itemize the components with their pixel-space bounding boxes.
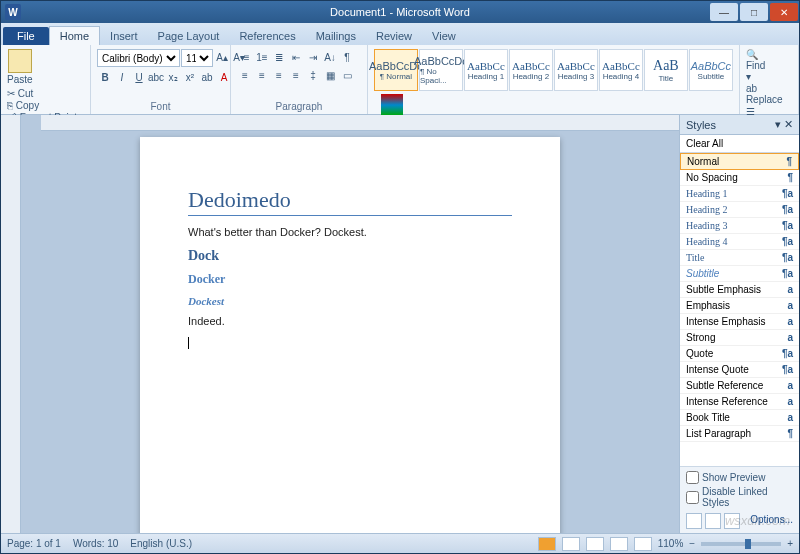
font-size-select[interactable]: 11 — [181, 49, 213, 67]
styles-list[interactable]: Normal¶ No Spacing¶ Heading 1¶a Heading … — [680, 153, 799, 466]
justify-icon[interactable]: ≡ — [288, 67, 304, 83]
sort-icon[interactable]: A↓ — [322, 49, 338, 65]
tab-references[interactable]: References — [229, 27, 305, 45]
style-heading3[interactable]: AaBbCcHeading 3 — [554, 49, 598, 91]
doc-heading-3[interactable]: Docker — [188, 272, 512, 287]
zoom-in-button[interactable]: + — [787, 538, 793, 549]
styles-options-link[interactable]: Options... — [750, 514, 793, 525]
italic-icon[interactable]: I — [114, 69, 130, 85]
bullets-icon[interactable]: •≡ — [237, 49, 253, 65]
status-language[interactable]: English (U.S.) — [130, 538, 192, 549]
style-item[interactable]: Subtle Referencea — [680, 378, 799, 394]
tab-page-layout[interactable]: Page Layout — [148, 27, 230, 45]
style-item[interactable]: Heading 2¶a — [680, 202, 799, 218]
style-item[interactable]: Heading 3¶a — [680, 218, 799, 234]
style-inspector-icon[interactable] — [705, 513, 721, 529]
font-color-icon[interactable]: A — [216, 69, 232, 85]
replace-button[interactable]: ab Replace — [746, 83, 783, 105]
style-item[interactable]: Quote¶a — [680, 346, 799, 362]
find-button[interactable]: 🔍 Find ▾ — [746, 49, 765, 82]
doc-paragraph[interactable]: Indeed. — [188, 315, 512, 327]
doc-title-text[interactable]: Dedoimedo — [188, 187, 512, 216]
style-normal[interactable]: AaBbCcDc¶ Normal — [374, 49, 418, 91]
underline-icon[interactable]: U — [131, 69, 147, 85]
subscript-icon[interactable]: x₂ — [165, 69, 181, 85]
style-item[interactable]: Book Titlea — [680, 410, 799, 426]
style-item[interactable]: Intense Quote¶a — [680, 362, 799, 378]
outline-view-icon[interactable] — [610, 537, 628, 551]
draft-view-icon[interactable] — [634, 537, 652, 551]
style-item[interactable]: List Paragraph¶ — [680, 426, 799, 442]
style-item[interactable]: Subtitle¶a — [680, 266, 799, 282]
style-item[interactable]: Intense Emphasisa — [680, 314, 799, 330]
cut-button[interactable]: ✂ Cut — [7, 88, 86, 99]
new-style-icon[interactable] — [686, 513, 702, 529]
copy-button[interactable]: ⎘ Copy — [7, 100, 86, 111]
increase-indent-icon[interactable]: ⇥ — [305, 49, 321, 65]
style-subtitle[interactable]: AaBbCcSubtitle — [689, 49, 733, 91]
zoom-level[interactable]: 110% — [658, 538, 684, 549]
tab-file[interactable]: File — [3, 27, 49, 45]
web-layout-view-icon[interactable] — [586, 537, 604, 551]
minimize-button[interactable]: — — [710, 3, 738, 21]
style-item-normal[interactable]: Normal¶ — [680, 153, 799, 170]
tab-insert[interactable]: Insert — [100, 27, 148, 45]
superscript-icon[interactable]: x² — [182, 69, 198, 85]
show-marks-icon[interactable]: ¶ — [339, 49, 355, 65]
manage-styles-icon[interactable] — [724, 513, 740, 529]
style-item[interactable]: Heading 1¶a — [680, 186, 799, 202]
disable-linked-checkbox[interactable]: Disable Linked Styles — [686, 486, 793, 508]
multilevel-icon[interactable]: ≣ — [271, 49, 287, 65]
font-family-select[interactable]: Calibri (Body) — [97, 49, 180, 67]
line-spacing-icon[interactable]: ‡ — [305, 67, 321, 83]
bold-icon[interactable]: B — [97, 69, 113, 85]
tab-view[interactable]: View — [422, 27, 466, 45]
styles-gallery[interactable]: AaBbCcDc¶ Normal AaBbCcDc¶ No Spaci... A… — [374, 49, 733, 91]
style-heading1[interactable]: AaBbCcHeading 1 — [464, 49, 508, 91]
tab-mailings[interactable]: Mailings — [306, 27, 366, 45]
style-title[interactable]: AaBTitle — [644, 49, 688, 91]
status-page[interactable]: Page: 1 of 1 — [7, 538, 61, 549]
align-left-icon[interactable]: ≡ — [237, 67, 253, 83]
tab-home[interactable]: Home — [49, 26, 100, 45]
styles-pane-close-icon[interactable]: ▾ ✕ — [775, 118, 793, 131]
strike-icon[interactable]: abc — [148, 69, 164, 85]
doc-cursor-line[interactable] — [188, 337, 512, 349]
decrease-indent-icon[interactable]: ⇤ — [288, 49, 304, 65]
highlight-icon[interactable]: ab — [199, 69, 215, 85]
zoom-out-button[interactable]: − — [689, 538, 695, 549]
doc-heading-4[interactable]: Dockest — [188, 295, 512, 307]
horizontal-ruler[interactable] — [41, 115, 679, 131]
document-area[interactable]: Dedoimedo What's better than Docker? Doc… — [21, 131, 679, 533]
style-heading2[interactable]: AaBbCcHeading 2 — [509, 49, 553, 91]
print-layout-view-icon[interactable] — [538, 537, 556, 551]
maximize-button[interactable]: □ — [740, 3, 768, 21]
paste-button[interactable]: Paste — [7, 49, 33, 85]
status-words[interactable]: Words: 10 — [73, 538, 118, 549]
style-item[interactable]: Intense Referencea — [680, 394, 799, 410]
full-screen-view-icon[interactable] — [562, 537, 580, 551]
align-right-icon[interactable]: ≡ — [271, 67, 287, 83]
style-no-spacing[interactable]: AaBbCcDc¶ No Spaci... — [419, 49, 463, 91]
borders-icon[interactable]: ▭ — [339, 67, 355, 83]
style-item[interactable]: Emphasisa — [680, 298, 799, 314]
show-preview-checkbox[interactable]: Show Preview — [686, 471, 793, 484]
doc-paragraph[interactable]: What's better than Docker? Dockest. — [188, 226, 512, 238]
tab-review[interactable]: Review — [366, 27, 422, 45]
style-item[interactable]: No Spacing¶ — [680, 170, 799, 186]
style-item[interactable]: Heading 4¶a — [680, 234, 799, 250]
style-item[interactable]: Title¶a — [680, 250, 799, 266]
zoom-slider[interactable] — [701, 542, 781, 546]
style-item[interactable]: Stronga — [680, 330, 799, 346]
close-button[interactable]: ✕ — [770, 3, 798, 21]
style-heading4[interactable]: AaBbCcHeading 4 — [599, 49, 643, 91]
clear-all-button[interactable]: Clear All — [680, 135, 799, 153]
page[interactable]: Dedoimedo What's better than Docker? Doc… — [140, 137, 560, 533]
doc-heading-2[interactable]: Dock — [188, 248, 512, 264]
align-center-icon[interactable]: ≡ — [254, 67, 270, 83]
grow-font-icon[interactable]: A▴ — [214, 49, 230, 65]
vertical-ruler[interactable] — [1, 115, 21, 533]
numbering-icon[interactable]: 1≡ — [254, 49, 270, 65]
style-item[interactable]: Subtle Emphasisa — [680, 282, 799, 298]
shading-icon[interactable]: ▦ — [322, 67, 338, 83]
